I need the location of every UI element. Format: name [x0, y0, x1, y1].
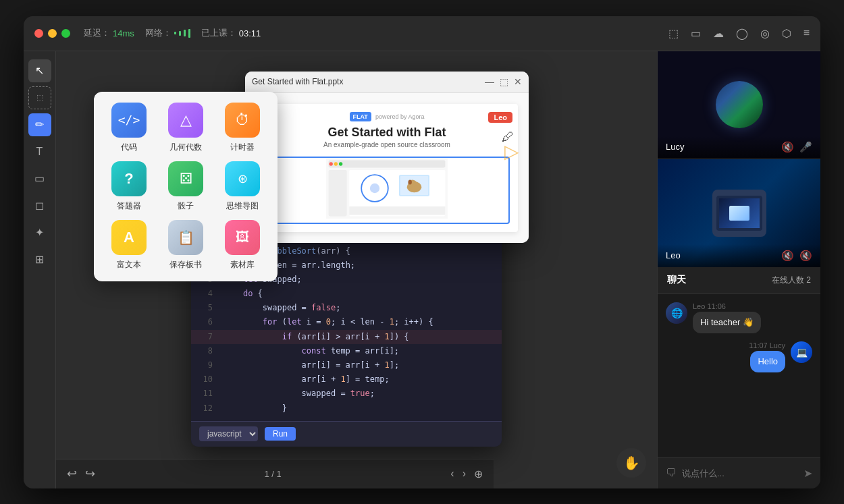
canvas-area: </> 代码 △ 几何代数 ⏱ 计时器 ? 答题器 ⚄ 骰子 [56, 51, 657, 488]
chat-message-lucy: 💻 11:07 Lucy Hello [666, 341, 812, 372]
palette-item-dice[interactable]: ⚄ 骰子 [161, 161, 210, 212]
richtext-palette-label: 富文本 [117, 259, 141, 271]
maximize-button[interactable] [61, 29, 70, 38]
redo-button[interactable]: ↪ [85, 466, 95, 481]
screen-share-icon[interactable]: ⬚ [668, 27, 679, 40]
lucy-mic-icon[interactable]: 🔇 [781, 141, 794, 153]
quiz-palette-label: 答题器 [117, 200, 141, 212]
images-palette-label: 素材库 [230, 259, 255, 271]
tool-rect[interactable]: ▭ [28, 167, 51, 190]
undo-button[interactable]: ↩ [67, 466, 77, 481]
code-line-7: 7 if (arr[i] > arr[i + 1]) { [191, 330, 502, 344]
palette-item-images[interactable]: 🖼 素材库 [218, 220, 267, 271]
mindmap-palette-label: 思维导图 [226, 200, 259, 212]
palette-item-code[interactable]: </> 代码 [105, 103, 153, 153]
chat-header: 聊天 在线人数 2 [658, 267, 820, 294]
timer-palette-label: 计时器 [230, 142, 255, 153]
cloud-icon[interactable]: ☁ [713, 27, 724, 40]
leo-name: Leo [666, 250, 681, 260]
prev-page-icon[interactable]: ‹ [450, 468, 454, 480]
tool-eraser[interactable]: ◻ [28, 194, 51, 217]
code-line-11: 11 swapped = true; [191, 387, 502, 401]
chat-input[interactable] [682, 468, 798, 478]
menu-icon[interactable]: ≡ [803, 27, 810, 39]
bottom-right-controls: ‹ › ⊕ [450, 468, 483, 480]
bottom-bar: ↩ ↪ 1 / 1 ‹ › ⊕ [56, 459, 494, 488]
timer-palette-icon: ⏱ [225, 103, 260, 138]
lucy-chat-bubble: Hello [750, 351, 785, 372]
main-window: 延迟： 14ms 网络： 已上课： 03:11 ⬚ ▭ ☁ ◯ [24, 16, 820, 488]
svg-point-4 [339, 162, 342, 165]
tool-text[interactable]: T [28, 140, 51, 163]
palette-item-timer[interactable]: ⏱ 计时器 [218, 103, 267, 153]
leo-cam-icon[interactable]: 🔇 [799, 250, 812, 262]
chat-messages: 🌐 Leo 11:06 Hi teacher 👋 💻 11 [658, 294, 820, 457]
code-footer: javascript python java Run [191, 421, 502, 447]
tool-select[interactable]: ↖ [28, 59, 51, 82]
add-page-icon[interactable]: ⊕ [474, 468, 483, 480]
dice-palette-icon: ⚄ [168, 161, 203, 196]
svg-point-3 [334, 162, 338, 165]
ppt-close[interactable]: ✕ [514, 76, 522, 87]
lucy-cam-icon[interactable]: 🎤 [799, 141, 812, 153]
code-line-10: 10 arr[i + 1] = temp; [191, 372, 502, 387]
clipboard-palette-icon: 📋 [168, 220, 203, 255]
video-lucy: Lucy 🔇 🎤 [658, 51, 820, 159]
traffic-lights [34, 29, 70, 38]
user-icon[interactable]: ◯ [736, 27, 748, 40]
chat-input-area: 🗨 ➤ [658, 457, 820, 488]
tool-pen[interactable]: ✏ [28, 113, 51, 136]
titlebar-controls: ⬚ ▭ ☁ ◯ ◎ ⬡ ≡ [668, 27, 810, 40]
tool-grid[interactable]: ⊞ [28, 248, 51, 271]
lucy-message-meta: 11:07 Lucy [749, 341, 785, 349]
leo-mic-icon[interactable]: 🔇 [781, 250, 794, 262]
titlebar: 延迟： 14ms 网络： 已上课： 03:11 ⬚ ▭ ☁ ◯ [24, 16, 820, 51]
close-button[interactable] [34, 29, 43, 38]
chat-online-count: 在线人数 2 [772, 275, 811, 286]
code-palette-label: 代码 [121, 142, 137, 153]
video-icon[interactable]: ▭ [691, 27, 701, 40]
main-area: ↖ ⬚ ✏ T ▭ ◻ ✦ ⊞ </> 代码 △ 几何代数 ⏱ [24, 51, 820, 488]
svg-point-2 [329, 162, 333, 165]
lucy-video-icons: 🔇 🎤 [781, 141, 812, 153]
palette-item-mindmap[interactable]: ⊛ 思维导图 [218, 161, 267, 212]
ppt-slide-body [256, 157, 518, 232]
palette-item-quiz[interactable]: ? 答题器 [105, 161, 153, 212]
leo-video-overlay: Leo 🔇 🔇 [658, 244, 820, 267]
exit-icon[interactable]: ⬡ [782, 27, 791, 40]
images-palette-icon: 🖼 [225, 220, 260, 255]
dice-palette-label: 骰子 [178, 200, 194, 212]
palette-item-richtext[interactable]: A 富文本 [105, 220, 153, 271]
ppt-thumbnail [264, 157, 510, 224]
ppt-minimize[interactable]: — [485, 76, 494, 87]
svg-point-10 [370, 183, 379, 192]
leo-chat-avatar: 🌐 [666, 302, 687, 324]
titlebar-info: 延迟： 14ms 网络： 已上课： 03:11 [84, 27, 261, 39]
page-indicator: 1 / 1 [265, 469, 282, 479]
leo-chat-bubble: Hi teacher 👋 [693, 312, 761, 333]
svg-rect-1 [329, 160, 446, 167]
hand-raise-button[interactable]: ✋ [616, 448, 646, 478]
next-page-icon[interactable]: › [463, 468, 466, 480]
language-select[interactable]: javascript python java [199, 426, 258, 441]
palette-item-geometry[interactable]: △ 几何代数 [161, 103, 210, 153]
lucy-bubble-wrap: 11:07 Lucy Hello [749, 341, 785, 372]
ppt-maximize[interactable]: ⬚ [500, 76, 508, 87]
ppt-slide-title: Get Started with Flat [267, 125, 507, 140]
users-icon[interactable]: ◎ [760, 27, 770, 40]
chat-emoji-icon[interactable]: 🗨 [666, 467, 677, 479]
ppt-slide-sub: An example-grade open source classroom [267, 141, 507, 148]
lucy-name: Lucy [666, 142, 684, 152]
chat-send-icon[interactable]: ➤ [803, 467, 812, 480]
palette-item-clipboard[interactable]: 📋 保存板书 [161, 220, 210, 271]
tool-laser[interactable]: ✦ [28, 221, 51, 244]
svg-rect-5 [329, 170, 347, 216]
minimize-button[interactable] [48, 29, 57, 38]
right-panel: Lucy 🔇 🎤 [657, 51, 820, 488]
ppt-window: Get Started with Flat.pptx — ⬚ ✕ FLAT po… [245, 72, 529, 243]
code-palette-icon: </> [111, 103, 147, 138]
run-button[interactable]: Run [265, 427, 296, 441]
tool-marquee[interactable]: ⬚ [28, 86, 51, 109]
leo-message-meta: Leo 11:06 [693, 302, 761, 310]
chat-message-leo: 🌐 Leo 11:06 Hi teacher 👋 [666, 302, 812, 333]
